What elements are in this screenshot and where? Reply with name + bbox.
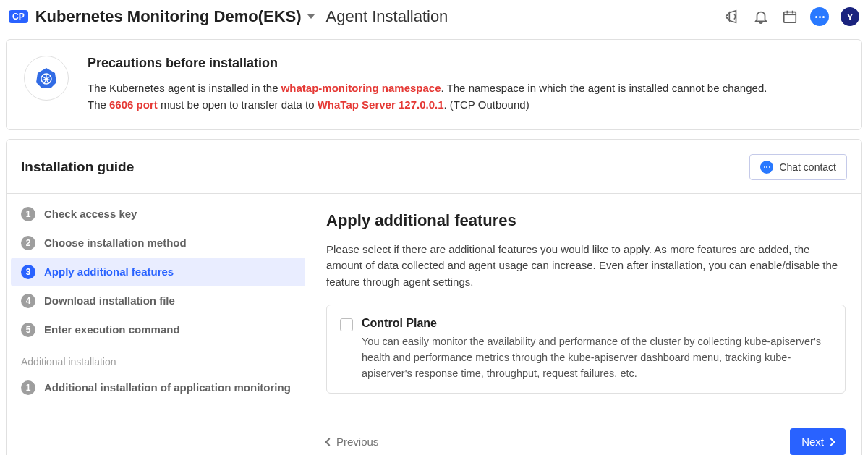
calendar-icon[interactable] [781, 8, 799, 25]
chevron-left-icon [325, 438, 333, 446]
step-choose-method[interactable]: 2 Choose installation method [7, 229, 310, 258]
step-label: Check access key [44, 208, 137, 220]
step-label: Enter execution command [44, 323, 180, 336]
feature-description: You can easily monitor the availability … [362, 334, 832, 381]
topbar: CP Kubernetes Monitoring Demo(EKS) Agent… [0, 0, 868, 33]
project-selector[interactable]: Kubernetes Monitoring Demo(EKS) [35, 7, 315, 26]
step-label: Download installation file [44, 294, 175, 307]
precaution-line1: The Kubernetes agent is installed in the… [88, 80, 767, 96]
chat-contact-button[interactable]: Chat contact [749, 154, 847, 180]
step-execution-command[interactable]: 5 Enter execution command [7, 315, 310, 344]
precaution-content: Precautions before installation The Kube… [88, 56, 767, 114]
topbar-icons: Y [723, 7, 859, 26]
svg-rect-0 [784, 12, 796, 23]
step-label: Choose installation method [44, 237, 187, 249]
kubernetes-icon [24, 56, 69, 101]
step-apply-features[interactable]: 3 Apply additional features [11, 258, 305, 286]
precaution-title: Precautions before installation [88, 56, 767, 71]
bell-icon[interactable] [752, 8, 770, 25]
main-panel: Apply additional features Please select … [310, 194, 861, 456]
nav-row: Previous Next [326, 428, 846, 455]
megaphone-icon[interactable] [723, 8, 741, 25]
additional-section-label: Additional installation [7, 344, 310, 373]
step-download-file[interactable]: 4 Download installation file [7, 286, 310, 315]
page-title: Agent Installation [326, 7, 448, 26]
step-check-access-key[interactable]: 1 Check access key [7, 200, 310, 229]
next-button[interactable]: Next [790, 428, 846, 455]
steps-sidebar: 1 Check access key 2 Choose installation… [7, 194, 310, 456]
chat-icon[interactable] [810, 7, 829, 26]
precaution-line2: The 6606 port must be open to transfer d… [88, 96, 767, 113]
guide-body: 1 Check access key 2 Choose installation… [7, 193, 861, 456]
project-name: Kubernetes Monitoring Demo(EKS) [35, 7, 302, 26]
chevron-down-icon [307, 14, 315, 19]
control-plane-checkbox[interactable] [340, 318, 353, 331]
cp-badge: CP [9, 10, 28, 23]
main-description: Please select if there are additional fe… [326, 242, 846, 291]
feature-title: Control Plane [362, 317, 832, 330]
chevron-right-icon [827, 438, 835, 446]
step-label: Apply additional features [44, 265, 174, 278]
guide-card: Installation guide Chat contact 1 Check … [6, 139, 862, 456]
guide-title: Installation guide [21, 159, 134, 175]
main-heading: Apply additional features [326, 211, 846, 230]
step-additional-app-monitoring[interactable]: 1 Additional installation of application… [7, 373, 310, 402]
precaution-card: Precautions before installation The Kube… [6, 39, 862, 130]
guide-header: Installation guide Chat contact [7, 154, 861, 193]
avatar[interactable]: Y [841, 7, 859, 26]
chat-icon [760, 161, 773, 174]
feature-control-plane: Control Plane You can easily monitor the… [326, 305, 846, 394]
previous-button[interactable]: Previous [326, 435, 378, 448]
step-label: Additional installation of application m… [44, 381, 291, 394]
